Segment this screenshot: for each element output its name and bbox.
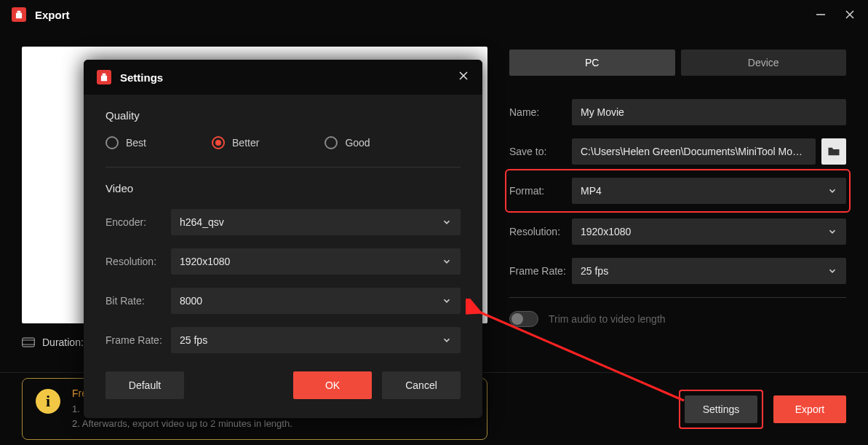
chevron-down-icon: [442, 256, 452, 267]
title-bar: Export: [0, 0, 868, 29]
notice-line-2: 2. Afterwards, export video up to 2 minu…: [72, 417, 292, 431]
encoder-value: h264_qsv: [180, 216, 224, 228]
quality-better-radio[interactable]: Better: [212, 136, 259, 149]
chevron-down-icon: [442, 296, 452, 306]
settings-modal: Settings Quality Best Better Good Video …: [84, 60, 482, 418]
minimize-button[interactable]: [814, 8, 827, 21]
duration-label: Duration:: [42, 336, 84, 348]
m-framerate-value: 25 fps: [180, 334, 207, 346]
svg-rect-0: [17, 11, 21, 13]
chevron-down-icon: [827, 186, 837, 196]
m-resolution-select[interactable]: 1920x1080: [171, 248, 461, 275]
m-resolution-label: Resolution:: [105, 256, 171, 267]
framerate-select[interactable]: 25 fps: [572, 258, 846, 284]
export-button[interactable]: Export: [773, 395, 846, 423]
modal-title: Settings: [120, 71, 458, 84]
app-logo-icon: [97, 70, 111, 84]
resolution-label: Resolution:: [509, 226, 572, 237]
name-input[interactable]: [572, 99, 846, 125]
film-icon: [22, 337, 35, 347]
trim-audio-toggle[interactable]: [509, 311, 538, 327]
m-framerate-select[interactable]: 25 fps: [171, 327, 461, 353]
encoder-label: Encoder:: [105, 216, 171, 228]
info-icon: i: [36, 389, 60, 414]
panel-divider: [509, 297, 846, 298]
ok-button[interactable]: OK: [293, 371, 372, 399]
saveto-label: Save to:: [509, 146, 572, 157]
close-window-button[interactable]: [843, 8, 856, 21]
trim-audio-label: Trim audio to video length: [549, 313, 666, 325]
format-value: MP4: [581, 185, 602, 197]
resolution-select[interactable]: 1920x1080: [572, 218, 846, 245]
bitrate-value: 8000: [180, 295, 202, 307]
svg-rect-7: [103, 74, 106, 76]
resolution-value: 1920x1080: [581, 226, 631, 237]
format-highlight: Format: MP4: [505, 169, 851, 213]
m-resolution-value: 1920x1080: [180, 256, 230, 267]
chevron-down-icon: [827, 227, 837, 237]
bitrate-select[interactable]: 8000: [171, 288, 461, 314]
cancel-button[interactable]: Cancel: [382, 371, 461, 399]
chevron-down-icon: [827, 266, 837, 276]
settings-highlight: Settings: [679, 390, 763, 429]
framerate-value: 25 fps: [581, 265, 608, 277]
quality-best-radio[interactable]: Best: [105, 136, 146, 149]
tab-device[interactable]: Device: [681, 50, 847, 76]
svg-rect-4: [23, 338, 35, 347]
default-button[interactable]: Default: [105, 371, 184, 399]
app-logo-icon: [12, 7, 26, 22]
m-framerate-label: Frame Rate:: [105, 334, 171, 346]
format-select[interactable]: MP4: [572, 178, 846, 204]
framerate-label: Frame Rate:: [509, 265, 572, 277]
format-label: Format:: [509, 185, 572, 197]
settings-button[interactable]: Settings: [685, 395, 757, 423]
name-label: Name:: [509, 106, 572, 118]
export-panel: PC Device Name: Save to: Format: MP4: [509, 47, 846, 372]
quality-good-radio[interactable]: Good: [324, 136, 370, 149]
window-title: Export: [35, 9, 814, 21]
saveto-input[interactable]: [572, 138, 816, 165]
tab-pc[interactable]: PC: [509, 50, 675, 76]
encoder-select[interactable]: h264_qsv: [171, 209, 461, 235]
chevron-down-icon: [442, 335, 452, 345]
bitrate-label: Bit Rate:: [105, 295, 171, 307]
quality-header: Quality: [105, 109, 461, 122]
video-header: Video: [105, 182, 461, 194]
modal-close-button[interactable]: [458, 70, 469, 84]
chevron-down-icon: [442, 217, 452, 227]
browse-folder-button[interactable]: [821, 138, 846, 165]
